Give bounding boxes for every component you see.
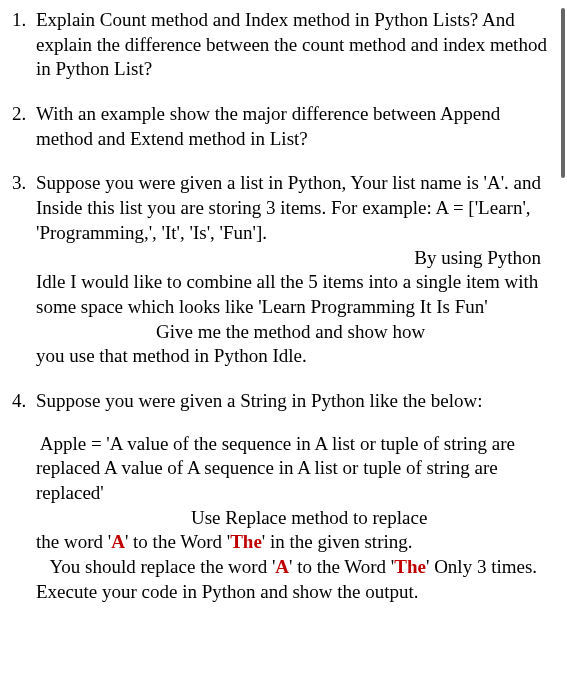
text-fragment: ' Only 3 times. bbox=[426, 556, 537, 577]
question-text: By using Python bbox=[36, 246, 551, 271]
question-text: Apple = 'A value of the sequence in A li… bbox=[36, 432, 551, 506]
replace-to: The bbox=[230, 531, 262, 552]
question-text: Use Replace method to replace bbox=[36, 506, 551, 531]
text-fragment: the word ' bbox=[36, 531, 111, 552]
text-fragment: You should replace the word ' bbox=[36, 556, 275, 577]
question-text: You should replace the word 'A' to the W… bbox=[36, 555, 551, 580]
question-text: Execute your code in Python and show the… bbox=[36, 580, 551, 605]
text-fragment: ' to the Word ' bbox=[289, 556, 394, 577]
question-list: Explain Count method and Index method in… bbox=[12, 8, 551, 604]
question-text: you use that method in Python Idle. bbox=[36, 344, 551, 369]
list-item: With an example show the major differenc… bbox=[12, 102, 551, 151]
question-text: Idle I would like to combine all the 5 i… bbox=[36, 270, 551, 319]
list-item: Suppose you were given a list in Python,… bbox=[12, 171, 551, 369]
question-text: the word 'A' to the Word 'The' in the gi… bbox=[36, 530, 551, 555]
text-fragment: ' in the given string. bbox=[262, 531, 413, 552]
question-text: Suppose you were given a list in Python,… bbox=[36, 171, 551, 245]
scrollbar-thumb[interactable] bbox=[561, 8, 565, 178]
replace-from: A bbox=[275, 556, 289, 577]
question-text: With an example show the major differenc… bbox=[36, 102, 551, 151]
question-text: Give me the method and show how bbox=[36, 320, 551, 345]
replace-from: A bbox=[111, 531, 125, 552]
list-item: Explain Count method and Index method in… bbox=[12, 8, 551, 82]
text-fragment: ' to the Word ' bbox=[125, 531, 230, 552]
question-text: Explain Count method and Index method in… bbox=[36, 8, 551, 82]
question-text: Suppose you were given a String in Pytho… bbox=[36, 389, 551, 414]
list-item: Suppose you were given a String in Pytho… bbox=[12, 389, 551, 605]
replace-to: The bbox=[394, 556, 426, 577]
